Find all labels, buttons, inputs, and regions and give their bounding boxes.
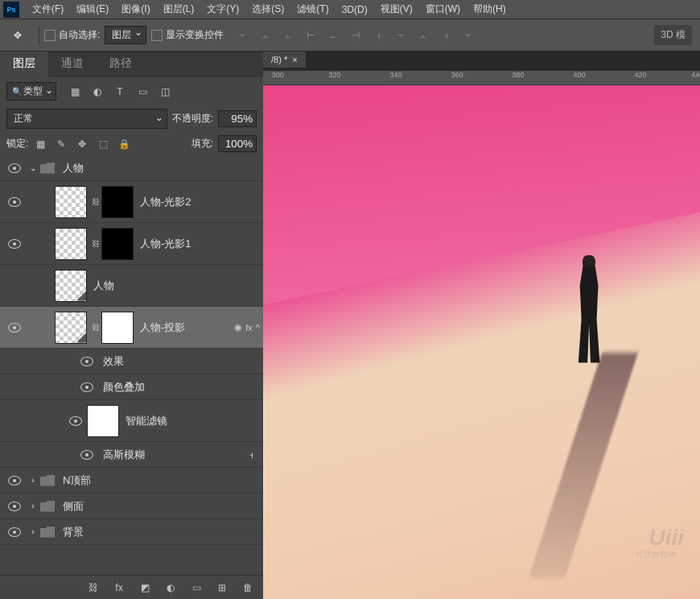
menu-file[interactable]: 文件(F) bbox=[26, 2, 70, 16]
align-right-icon[interactable]: ⊣ bbox=[346, 26, 365, 45]
link-icon[interactable]: ⛓ bbox=[92, 197, 100, 206]
layer-mask-icon[interactable]: ◩ bbox=[138, 580, 152, 595]
filter-type-icon[interactable]: T bbox=[113, 85, 127, 99]
align-bottom-icon[interactable]: ⫠ bbox=[278, 26, 298, 45]
layer-name[interactable]: 背景 bbox=[60, 525, 260, 539]
distribute-v-icon[interactable]: ⫟ bbox=[391, 26, 410, 45]
menu-layer[interactable]: 图层(L) bbox=[157, 2, 201, 16]
chevron-right-icon[interactable]: › bbox=[26, 476, 40, 485]
effects-row[interactable]: 效果 bbox=[0, 349, 263, 374]
tab-channels[interactable]: 通道 bbox=[48, 52, 97, 77]
layer-thumbnail[interactable] bbox=[55, 270, 87, 302]
visibility-icon[interactable] bbox=[8, 502, 21, 511]
layer-shadow[interactable]: ⛓ 人物-投影 ◉ fx ^ bbox=[0, 307, 263, 349]
lock-all-icon[interactable]: 🔒 bbox=[117, 137, 131, 151]
visibility-icon[interactable] bbox=[80, 357, 93, 366]
link-icon[interactable]: ⛓ bbox=[92, 323, 100, 332]
layer-thumbnail[interactable] bbox=[55, 312, 87, 344]
delete-layer-icon[interactable]: 🗑 bbox=[241, 580, 255, 595]
layer-thumbnail[interactable] bbox=[55, 186, 87, 218]
chevron-down-icon[interactable]: ⌄ bbox=[26, 163, 40, 172]
layer-name[interactable]: 人物 bbox=[60, 161, 260, 176]
align-top-icon[interactable]: ⫟ bbox=[233, 26, 253, 45]
tab-layers[interactable]: 图层 bbox=[0, 52, 48, 77]
link-layers-icon[interactable]: ⛓ bbox=[86, 580, 101, 595]
align-hcenter-icon[interactable]: ⫠ bbox=[323, 26, 343, 45]
filter-options-icon[interactable]: ⫞ bbox=[249, 449, 253, 461]
lock-pixels-icon[interactable]: ✎ bbox=[54, 137, 68, 151]
filter-smartobject-icon[interactable]: ◫ bbox=[158, 85, 172, 99]
tab-paths[interactable]: 路径 bbox=[97, 52, 145, 77]
distribute-h2-icon[interactable]: ⫞ bbox=[436, 26, 455, 45]
layer-name[interactable]: 人物 bbox=[90, 279, 260, 293]
menu-edit[interactable]: 编辑(E) bbox=[70, 2, 115, 16]
layer-thumbnail[interactable] bbox=[55, 228, 87, 260]
visibility-icon[interactable] bbox=[80, 450, 93, 460]
link-icon[interactable]: ⛓ bbox=[92, 239, 100, 248]
show-transform-checkbox[interactable] bbox=[151, 30, 163, 41]
chevron-right-icon[interactable]: › bbox=[26, 527, 40, 536]
canvas[interactable]: Uiii 优优教程网 bbox=[263, 85, 700, 599]
adjustment-layer-icon[interactable]: ◐ bbox=[163, 580, 178, 595]
layer-group-person[interactable]: ⌄ 人物 bbox=[0, 155, 263, 181]
menu-filter[interactable]: 滤镜(T) bbox=[290, 2, 335, 16]
layer-group-ntop[interactable]: › N顶部 bbox=[0, 468, 263, 494]
visibility-icon[interactable] bbox=[8, 163, 21, 173]
menu-help[interactable]: 帮助(H) bbox=[467, 2, 513, 16]
mask-thumbnail[interactable] bbox=[101, 228, 134, 260]
visibility-icon[interactable] bbox=[69, 416, 82, 426]
document-tab[interactable]: /8) * × bbox=[263, 52, 306, 68]
filter-shape-icon[interactable]: ▭ bbox=[135, 85, 150, 99]
menu-view[interactable]: 视图(V) bbox=[374, 2, 419, 16]
layer-light2[interactable]: ⛓ 人物-光影2 bbox=[0, 181, 263, 223]
layer-name[interactable]: 人物-投影 bbox=[137, 320, 234, 335]
distribute-spacing-icon[interactable]: ⫠ bbox=[414, 26, 433, 45]
layer-name[interactable]: 人物-光影2 bbox=[137, 195, 260, 209]
fx-badge[interactable]: fx bbox=[245, 323, 253, 333]
menu-select[interactable]: 选择(S) bbox=[245, 2, 290, 16]
move-tool-icon[interactable]: ✥ bbox=[8, 26, 27, 45]
lock-artboard-icon[interactable]: ⬚ bbox=[96, 137, 110, 151]
align-left-icon[interactable]: ⊢ bbox=[301, 26, 320, 45]
auto-select-checkbox[interactable] bbox=[44, 30, 56, 41]
distribute-h-icon[interactable]: ⫞ bbox=[369, 26, 388, 45]
filter-type-dropdown[interactable]: 类型 bbox=[6, 82, 56, 101]
menu-image[interactable]: 图像(I) bbox=[115, 2, 156, 16]
new-layer-icon[interactable]: ⊞ bbox=[215, 580, 229, 595]
layer-group-side[interactable]: › 侧面 bbox=[0, 494, 263, 519]
new-group-icon[interactable]: ▭ bbox=[189, 580, 204, 595]
mask-thumbnail[interactable] bbox=[101, 186, 134, 218]
chevron-right-icon[interactable]: › bbox=[26, 502, 40, 510]
visibility-icon[interactable] bbox=[80, 382, 93, 392]
visibility-icon[interactable] bbox=[8, 323, 21, 333]
layer-name[interactable]: 侧面 bbox=[60, 499, 260, 514]
blend-options-icon[interactable]: ◉ bbox=[234, 322, 242, 333]
visibility-icon[interactable] bbox=[8, 527, 21, 537]
layer-name[interactable]: 人物-光影1 bbox=[137, 237, 260, 251]
ruler-horizontal[interactable]: 300 320 340 360 380 400 420 440 bbox=[263, 71, 700, 85]
mask-thumbnail[interactable] bbox=[101, 312, 134, 344]
fill-input[interactable] bbox=[218, 135, 257, 152]
menu-window[interactable]: 窗口(W) bbox=[419, 2, 467, 16]
layer-group-bg[interactable]: › 背景 bbox=[0, 519, 263, 545]
visibility-icon[interactable] bbox=[8, 197, 21, 207]
layer-style-icon[interactable]: fx bbox=[112, 580, 126, 595]
close-icon[interactable]: × bbox=[292, 55, 297, 64]
filter-adjustment-icon[interactable]: ◐ bbox=[90, 85, 105, 99]
effect-color-overlay[interactable]: 颜色叠加 bbox=[0, 374, 263, 400]
layer-person[interactable]: 人物 bbox=[0, 265, 263, 307]
lock-position-icon[interactable]: ✥ bbox=[75, 137, 89, 151]
filter-gaussian-blur[interactable]: 高斯模糊 ⫞ bbox=[0, 442, 263, 468]
chevron-up-icon[interactable]: ^ bbox=[256, 323, 260, 333]
align-vcenter-icon[interactable]: ⫠ bbox=[256, 26, 275, 45]
visibility-icon[interactable] bbox=[8, 476, 21, 485]
layer-light1[interactable]: ⛓ 人物-光影1 bbox=[0, 223, 263, 265]
opacity-input[interactable] bbox=[218, 110, 257, 127]
distribute-v2-icon[interactable]: ⫟ bbox=[459, 26, 478, 45]
filter-pixel-icon[interactable]: ▦ bbox=[68, 85, 82, 99]
visibility-icon[interactable] bbox=[8, 239, 21, 249]
smart-filters-row[interactable]: 智能滤镜 bbox=[0, 400, 263, 442]
blend-mode-dropdown[interactable]: 正常 bbox=[6, 109, 167, 129]
menu-3d[interactable]: 3D(D) bbox=[336, 4, 374, 15]
auto-select-target-dropdown[interactable]: 图层 bbox=[105, 26, 146, 44]
